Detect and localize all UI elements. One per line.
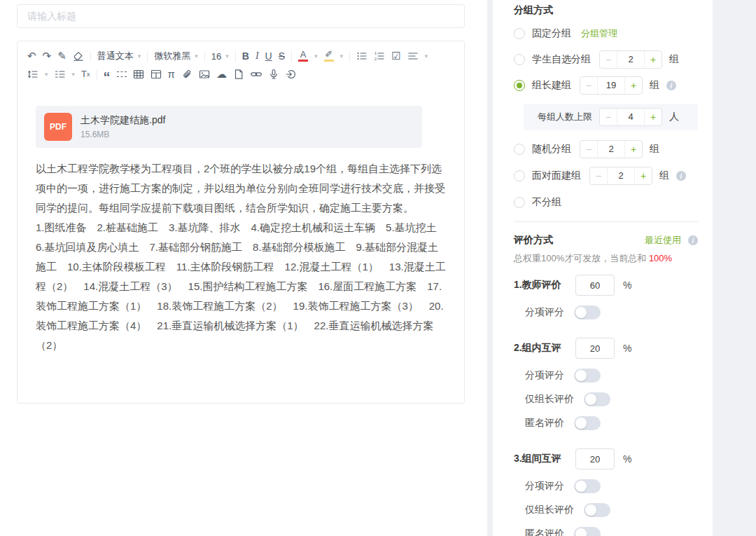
toggle-switch-off[interactable] (574, 369, 601, 383)
toggle-switch-off[interactable] (584, 392, 610, 406)
weight-input[interactable] (575, 448, 615, 469)
blockquote-icon[interactable]: “ (104, 68, 111, 81)
grouping-option-random[interactable]: 随机分组 − 2 + 组 (514, 140, 698, 158)
horizontal-rule-icon[interactable] (117, 71, 127, 77)
font-size-select[interactable]: 16 ▾ (211, 51, 229, 62)
table-icon[interactable] (133, 69, 144, 80)
import-icon[interactable] (286, 69, 297, 80)
unit-label: 组 (669, 53, 679, 66)
stepper-value[interactable]: 2 (597, 141, 625, 158)
font-color-button[interactable]: A (298, 50, 308, 62)
radio-button[interactable] (514, 28, 525, 39)
font-family-value: 微软雅黑 (154, 50, 190, 62)
evaluation-item-teacher: 1.教师评价 % (514, 275, 698, 296)
title-input[interactable] (17, 4, 465, 28)
stepper-value[interactable]: 19 (597, 77, 625, 94)
evaluation-section-title: 评价方式 (514, 234, 553, 247)
redo-icon[interactable]: ↷ (43, 48, 52, 64)
table-layout-icon[interactable] (150, 69, 162, 80)
align-icon[interactable] (407, 50, 419, 62)
decrement-button[interactable]: − (600, 109, 617, 125)
vertical-scrollbar[interactable] (487, 0, 493, 536)
text-style-select[interactable]: 普通文本 ▾ (97, 50, 141, 62)
formula-icon[interactable]: π (168, 67, 175, 82)
option-label: 组长建组 (532, 79, 571, 92)
group-count-stepper: − 2 + (599, 50, 662, 69)
underline-button[interactable]: U (265, 48, 272, 64)
info-icon[interactable] (676, 171, 686, 181)
indent-list-icon[interactable] (55, 69, 66, 80)
info-icon[interactable] (666, 81, 676, 90)
decrement-button[interactable]: − (580, 77, 597, 94)
stepper-value[interactable]: 2 (617, 51, 645, 68)
checklist-icon[interactable]: ☑ (391, 48, 400, 64)
eraser-icon[interactable] (73, 50, 84, 62)
recently-used-link[interactable]: 最近使用 (645, 234, 681, 247)
chevron-down-icon[interactable]: ▾ (314, 53, 318, 60)
font-size-value: 16 (211, 51, 221, 62)
toggle-switch-off[interactable] (574, 479, 601, 493)
radio-button-selected[interactable] (514, 80, 525, 91)
italic-button[interactable]: I (255, 48, 259, 64)
radio-button[interactable] (514, 170, 525, 181)
grouping-option-face-to-face[interactable]: 面对面建组 − 2 + 组 (514, 167, 698, 185)
pdf-icon: PDF (44, 113, 72, 141)
percent-sign: % (623, 343, 631, 354)
chevron-down-icon[interactable]: ▾ (72, 71, 76, 78)
grouping-option-self-select[interactable]: 学生自选分组 − 2 + 组 (514, 50, 698, 69)
decrement-button[interactable]: − (600, 51, 617, 68)
group-count-stepper: − 2 + (589, 167, 652, 185)
bold-button[interactable]: B (242, 48, 249, 64)
toggle-row-anonymous: 匿名评价 (514, 416, 698, 430)
increment-button[interactable]: + (645, 109, 662, 125)
attachment-icon[interactable] (181, 69, 192, 80)
toggle-switch-off[interactable] (584, 503, 610, 517)
radio-button[interactable] (514, 54, 525, 65)
clear-format-icon[interactable]: Tx (81, 67, 90, 82)
link-icon[interactable] (251, 69, 262, 80)
radio-button[interactable] (514, 197, 525, 208)
chevron-down-icon[interactable]: ▾ (425, 53, 428, 60)
grouping-option-leader-create[interactable]: 组长建组 − 19 + 组 (514, 76, 698, 95)
image-icon[interactable] (199, 69, 210, 80)
chevron-down-icon[interactable]: ▾ (340, 53, 344, 60)
chevron-down-icon[interactable]: ▾ (45, 71, 48, 78)
chevron-down-icon: ▾ (195, 53, 198, 60)
strikethrough-button[interactable]: S (279, 48, 285, 64)
microphone-icon[interactable] (268, 69, 279, 80)
editor-body[interactable]: 以土木工程学院教学楼为工程项目，2个班的学生以被分成19个组，每组自主选择下列选… (36, 159, 447, 355)
undo-icon[interactable]: ↶ (27, 48, 36, 64)
highlight-color-button[interactable]: ✐ (324, 50, 334, 62)
cloud-icon[interactable]: ☁ (216, 67, 227, 82)
increment-button[interactable]: + (625, 141, 642, 158)
toggle-switch-off[interactable] (574, 305, 601, 319)
grouping-option-none[interactable]: 不分组 (514, 193, 698, 212)
stepper-value[interactable]: 2 (607, 167, 635, 184)
radio-button[interactable] (514, 144, 525, 155)
font-family-select[interactable]: 微软雅黑 ▾ (154, 50, 198, 62)
evaluation-item-label: 2.组内互评 (514, 342, 575, 355)
line-height-icon[interactable] (27, 69, 38, 80)
weight-input[interactable] (575, 338, 615, 359)
svg-text:2: 2 (374, 57, 377, 61)
toggle-switch-off[interactable] (574, 527, 601, 536)
toggle-switch-off[interactable] (574, 416, 601, 430)
weight-input[interactable] (575, 275, 615, 296)
info-icon[interactable] (688, 235, 698, 245)
increment-button[interactable]: + (645, 51, 662, 68)
pdf-attachment-card[interactable]: PDF 土木学院建结施.pdf 15.6MB (36, 106, 422, 148)
increment-button[interactable]: + (635, 167, 652, 184)
evaluation-item-intragroup: 2.组内互评 % (514, 338, 698, 359)
ordered-list-icon[interactable]: 12 (374, 50, 385, 62)
format-painter-icon[interactable]: ✎ (57, 48, 66, 64)
file-icon[interactable] (233, 69, 244, 80)
decrement-button[interactable]: − (580, 141, 597, 158)
toggle-row-itemized: 分项评分 (514, 369, 698, 383)
grouping-option-fixed[interactable]: 固定分组 分组管理 (514, 25, 698, 43)
toggle-label: 分项评分 (525, 369, 564, 382)
bullet-list-icon[interactable] (356, 50, 368, 62)
decrement-button[interactable]: − (590, 167, 607, 184)
stepper-value[interactable]: 4 (617, 109, 645, 125)
manage-groups-link[interactable]: 分组管理 (581, 27, 617, 40)
increment-button[interactable]: + (625, 77, 642, 94)
